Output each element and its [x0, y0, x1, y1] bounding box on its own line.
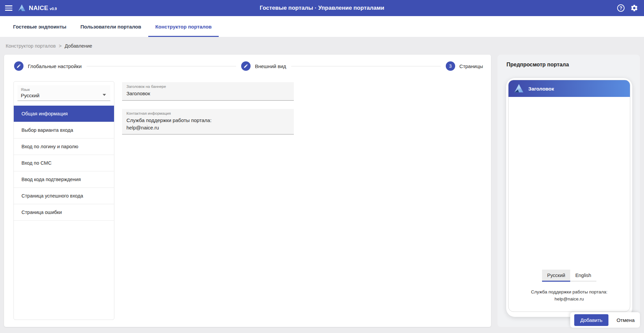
section-item-confirmation-code[interactable]: Ввод кода подтверждения	[14, 171, 114, 188]
portal-editor-card: Глобальные настройки Внешний вид 3 Стран…	[4, 55, 491, 327]
banner-title-input[interactable]: Заголовок	[126, 90, 289, 97]
chevron-down-icon	[103, 94, 106, 96]
step-pages[interactable]: 3 Страницы	[446, 61, 483, 71]
section-item-error-page[interactable]: Страница ошибки	[14, 204, 114, 221]
stepper-connector	[291, 66, 441, 66]
step-global-settings[interactable]: Глобальные настройки	[14, 61, 82, 71]
banner-title-label: Заголовок на баннере	[126, 85, 289, 89]
banner-title-field: Заголовок на баннере Заголовок	[122, 82, 294, 101]
preview-banner: Заголовок	[508, 80, 630, 97]
preview-banner-title: Заголовок	[528, 86, 554, 92]
help-icon[interactable]: ?	[617, 4, 625, 12]
preview-panel-title: Предпросмотр портала	[497, 55, 640, 68]
language-select-label: Язык	[21, 88, 107, 92]
edit-icon	[241, 61, 251, 71]
app-logo: NAICE v0.9	[18, 4, 57, 12]
wizard-stepper: Глобальные настройки Внешний вид 3 Стран…	[14, 61, 483, 71]
breadcrumb-parent[interactable]: Конструктор порталов	[6, 43, 56, 49]
app-name: NAICE	[29, 5, 48, 12]
main-tabbar: Гостевые эндпоинты Пользователи порталов…	[0, 16, 644, 37]
cancel-button[interactable]: Отмена	[616, 317, 635, 323]
general-info-form: Заголовок на баннере Заголовок Контактна…	[122, 82, 294, 143]
step-label: Страницы	[460, 63, 483, 69]
step-number-badge: 3	[446, 61, 455, 71]
preview-support-text: Служба поддержки работы портала: help@na…	[508, 289, 630, 312]
tab-indicator	[570, 281, 596, 282]
preview-panel: Предпросмотр портала	[497, 55, 640, 327]
naice-logo-icon	[18, 4, 26, 12]
preview-tab-russian[interactable]: Русский	[542, 270, 570, 282]
page-title: Гостевые порталы · Управление порталами	[0, 5, 644, 11]
form-actions-bar: Добавить Отмена	[570, 312, 640, 328]
tab-portal-constructor[interactable]: Конструктор порталов	[148, 16, 219, 37]
preview-tab-label: Русский	[542, 270, 570, 281]
tab-guest-endpoints[interactable]: Гостевые эндпоинты	[6, 16, 73, 37]
breadcrumb: Конструктор порталов > Добавление	[0, 37, 92, 55]
step-appearance[interactable]: Внешний вид	[241, 61, 286, 71]
breadcrumb-separator: >	[59, 43, 61, 49]
app-header: NAICE v0.9 Гостевые порталы · Управление…	[0, 0, 644, 16]
section-list: Общая информация Выбор варианта входа Вх…	[14, 106, 114, 221]
breadcrumb-current: Добавление	[65, 43, 92, 49]
stepper-connector	[87, 66, 236, 66]
language-select-value: Русский	[21, 93, 107, 98]
edit-icon	[14, 61, 23, 71]
tab-portal-users[interactable]: Пользователи порталов	[73, 16, 148, 37]
step-label: Внешний вид	[255, 63, 286, 69]
contact-info-label: Контактная информация	[126, 111, 289, 115]
page-sections-card: Язык Русский Общая информация Выбор вари…	[13, 81, 114, 320]
language-select[interactable]: Язык Русский	[17, 85, 110, 101]
gear-icon[interactable]	[630, 4, 638, 12]
naice-logo-icon	[514, 84, 524, 94]
section-item-login-password[interactable]: Вход по логину и паролю	[14, 138, 114, 155]
step-label: Глобальные настройки	[28, 63, 82, 69]
section-item-login-sms[interactable]: Вход по СМС	[14, 155, 114, 171]
preview-tab-english[interactable]: English	[570, 270, 596, 282]
preview-tab-label: English	[570, 270, 596, 281]
portal-preview-frame: Заголовок Русский English Служба поддерж…	[506, 78, 632, 317]
section-item-general-info[interactable]: Общая информация	[14, 106, 114, 122]
portal-preview-page: Заголовок Русский English Служба поддерж…	[508, 80, 630, 312]
section-item-success-page[interactable]: Страница успешного входа	[14, 188, 114, 204]
contact-info-textarea[interactable]: Служба поддержки работы портала: help@na…	[126, 117, 289, 131]
preview-body	[508, 97, 630, 270]
add-button[interactable]: Добавить	[574, 314, 608, 326]
preview-language-tabs: Русский English	[508, 270, 630, 282]
app-version: v0.9	[50, 7, 57, 11]
contact-info-field: Контактная информация Служба поддержки р…	[122, 109, 294, 135]
hamburger-menu-icon[interactable]	[5, 4, 12, 12]
section-item-login-variant[interactable]: Выбор варианта входа	[14, 122, 114, 138]
tab-indicator	[542, 281, 570, 282]
